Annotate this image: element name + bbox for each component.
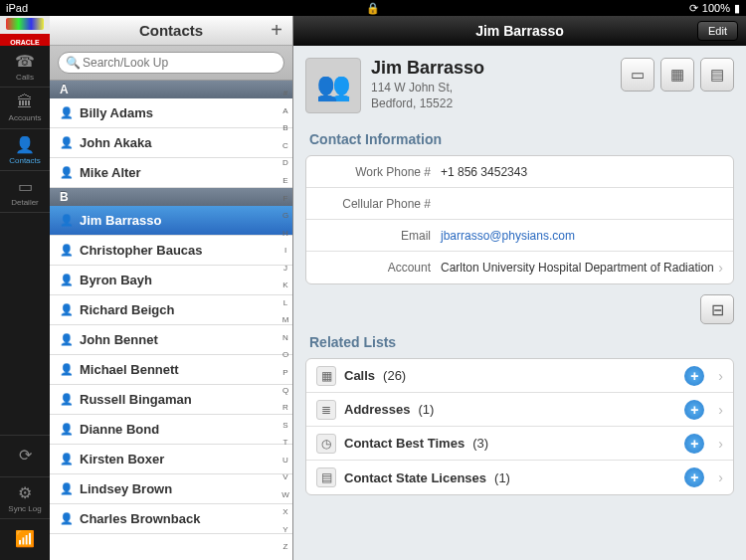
contact-row[interactable]: 👤Michael Bennett xyxy=(50,355,292,385)
index-letter[interactable]: U xyxy=(279,456,292,465)
index-letter[interactable]: X xyxy=(279,507,292,516)
action-present-icon[interactable]: ▦ xyxy=(660,58,694,92)
contact-row[interactable]: 👤Russell Bingaman xyxy=(50,385,292,415)
index-letter[interactable]: S xyxy=(279,421,292,430)
contact-row[interactable]: 👤Richard Beigch xyxy=(50,295,292,325)
index-letter[interactable]: L xyxy=(279,298,292,307)
index-letter[interactable]: B xyxy=(279,123,292,132)
related-icon: ▦ xyxy=(316,366,336,386)
battery-icon: ▮ xyxy=(734,2,740,15)
search-icon: 🔍 xyxy=(66,56,81,70)
sidebar-item-detailer[interactable]: ▭Detailer xyxy=(0,171,50,213)
index-letter[interactable]: H xyxy=(279,229,292,238)
person-icon: 👤 xyxy=(60,274,74,286)
sidebar-bottom-item[interactable]: ⟳ xyxy=(0,435,50,476)
index-letter[interactable]: T xyxy=(279,438,292,447)
chevron-right-icon: › xyxy=(718,469,723,485)
contact-row[interactable]: 👤Charles Brownback xyxy=(50,504,292,534)
sidebar-bottom-item[interactable]: ⚙Sync Log xyxy=(0,476,50,518)
account-value: Carlton University Hospital Department o… xyxy=(441,261,718,275)
add-icon[interactable]: + xyxy=(684,366,704,386)
battery-label: 100% xyxy=(702,2,730,14)
index-letter[interactable]: O xyxy=(279,350,292,359)
sidebar-item-contacts[interactable]: 👤Contacts xyxy=(0,129,50,171)
related-row[interactable]: ≣Addresses(1)+› xyxy=(306,393,733,427)
lock-icon: 🔒 xyxy=(366,2,380,15)
person-icon: 👤 xyxy=(60,106,74,119)
related-icon: ▤ xyxy=(316,467,336,487)
person-icon: 👤 xyxy=(60,166,74,179)
contact-row[interactable]: 👤Dianne Bond xyxy=(50,415,292,445)
person-icon: 👤 xyxy=(60,214,74,227)
sidebar-item-accounts[interactable]: 🏛Accounts xyxy=(0,88,50,129)
device-label: iPad xyxy=(6,2,28,14)
index-letter[interactable]: W xyxy=(279,490,292,499)
contact-name: Jim Barrasso xyxy=(371,58,484,79)
index-letter[interactable]: K xyxy=(279,280,292,289)
sidebar-item-calls[interactable]: ☎Calls xyxy=(0,46,50,88)
section-header: A xyxy=(50,81,292,98)
cell-phone-label: Cellular Phone # xyxy=(316,197,441,211)
contact-row[interactable]: 👤John Akaka xyxy=(50,128,292,158)
address-line2: Bedford, 15522 xyxy=(371,96,484,110)
search-input[interactable] xyxy=(58,52,284,74)
more-details-button[interactable]: ⊟ xyxy=(700,294,734,324)
nav-icon: ⟳ xyxy=(19,446,32,465)
contact-info-heading: Contact Information xyxy=(305,131,734,147)
index-letter[interactable]: J xyxy=(279,264,292,273)
related-row[interactable]: ▤Contact State Licenses(1)+› xyxy=(306,461,733,494)
add-contact-button[interactable]: + xyxy=(271,19,282,42)
related-lists: ▦Calls(26)+›≣Addresses(1)+›◷Contact Best… xyxy=(305,358,734,495)
action-calendar-icon[interactable]: ▤ xyxy=(700,58,734,92)
contact-row[interactable]: 👤Lindsey Brown xyxy=(50,474,292,504)
contact-row[interactable]: 👤Byron Bayh xyxy=(50,266,292,295)
index-letter[interactable]: Y xyxy=(279,525,292,534)
index-letter[interactable]: P xyxy=(279,368,292,377)
avatar: 👥 xyxy=(305,58,361,113)
detail-panel: Jim Barrasso Edit 👥 Jim Barrasso 114 W J… xyxy=(293,16,746,560)
address-line1: 114 W John St, xyxy=(371,81,484,94)
contact-row[interactable]: 👤John Bennet xyxy=(50,325,292,355)
index-letter[interactable]: Q xyxy=(279,386,292,395)
chevron-right-icon: › xyxy=(718,436,723,452)
index-letter[interactable]: V xyxy=(279,472,292,481)
email-value[interactable]: jbarrasso@physians.com xyxy=(441,229,723,243)
edit-button[interactable]: Edit xyxy=(697,21,738,41)
index-letter[interactable]: R xyxy=(279,403,292,412)
contact-row[interactable]: 👤Kirsten Boxer xyxy=(50,445,292,474)
index-letter[interactable]: # xyxy=(279,89,292,97)
index-letter[interactable]: I xyxy=(279,246,292,255)
related-row[interactable]: ▦Calls(26)+› xyxy=(306,359,733,393)
contact-row[interactable]: 👤Christopher Baucas xyxy=(50,236,292,266)
index-letter[interactable]: M xyxy=(279,315,292,324)
index-letter[interactable]: C xyxy=(279,141,292,150)
index-letter[interactable]: Z xyxy=(279,542,292,551)
section-header: B xyxy=(50,188,292,206)
add-icon[interactable]: + xyxy=(684,434,704,454)
contact-row[interactable]: 👤Mike Alter xyxy=(50,158,292,188)
add-icon[interactable]: + xyxy=(684,467,704,487)
index-letter[interactable]: E xyxy=(279,176,292,185)
index-letter[interactable]: G xyxy=(279,211,292,220)
contact-row[interactable]: 👤Billy Adams xyxy=(50,98,292,128)
rotation-lock-icon: ⟳ xyxy=(689,2,698,15)
add-icon[interactable]: + xyxy=(684,400,704,420)
index-letter[interactable]: D xyxy=(279,158,292,167)
contact-row[interactable]: 👤Jim Barrasso xyxy=(50,206,292,236)
related-icon: ≣ xyxy=(316,400,336,420)
related-lists-heading: Related Lists xyxy=(305,334,734,350)
status-bar: iPad 🔒 ⟳ 100% ▮ xyxy=(0,0,746,16)
account-row[interactable]: Account Carlton University Hospital Depa… xyxy=(306,252,733,283)
index-letter[interactable]: N xyxy=(279,333,292,342)
related-icon: ◷ xyxy=(316,434,336,454)
sidebar-bottom-item[interactable]: 📶 xyxy=(0,518,50,560)
detail-header: Jim Barrasso Edit xyxy=(293,16,746,46)
person-icon: 👤 xyxy=(60,244,74,257)
person-icon: 👤 xyxy=(60,482,74,495)
person-icon: 👤 xyxy=(60,453,74,466)
related-row[interactable]: ◷Contact Best Times(3)+› xyxy=(306,427,733,461)
action-card-icon[interactable]: ▭ xyxy=(621,58,654,92)
index-letter[interactable]: F xyxy=(279,194,292,203)
index-letter[interactable]: A xyxy=(279,106,292,115)
alpha-index[interactable]: #ABCDEFGHIJKLMNOPQRSTUVWXYZ xyxy=(279,81,292,560)
